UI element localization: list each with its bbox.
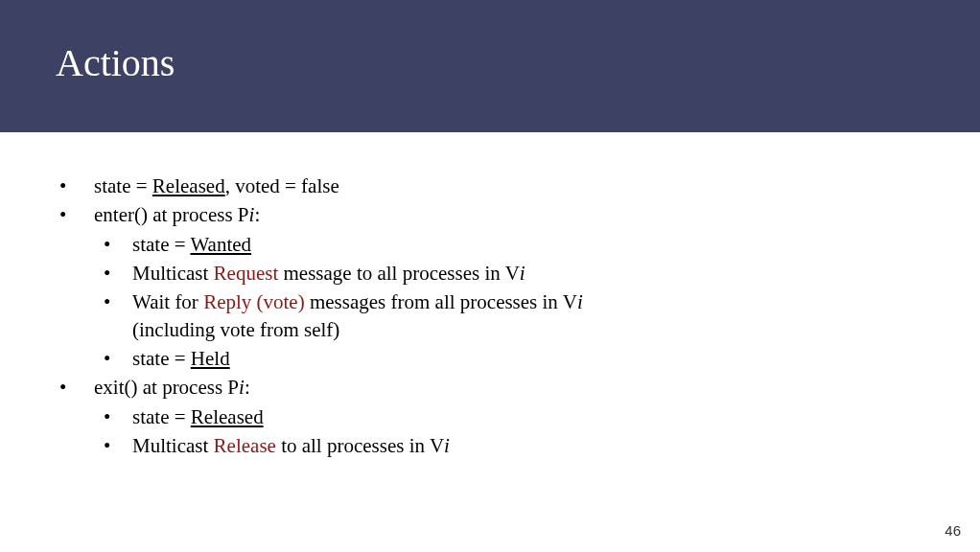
text: messages from all processes in V: [305, 290, 577, 313]
outer-list: • state = Released, voted = false • ente…: [56, 172, 650, 459]
item-exit: • exit() at process Pi: • state = Releas…: [56, 374, 650, 459]
enter-state-held: • state = Held: [94, 345, 650, 372]
text: :: [245, 376, 250, 399]
enter-sublist: • state = Wanted • Multicast Request mes…: [94, 231, 650, 373]
bullet-icon: •: [104, 288, 110, 315]
subscript-i: i: [444, 434, 450, 457]
state-released: Released: [191, 405, 264, 428]
state-held: Held: [191, 347, 230, 370]
slide: Actions • state = Released, voted = fals…: [0, 0, 980, 552]
text: Multicast: [132, 262, 214, 285]
enter-multicast-request: • Multicast Request message to all proce…: [94, 260, 650, 287]
text: exit() at process P: [94, 376, 239, 399]
bullet-icon: •: [104, 260, 110, 287]
exit-sublist: • state = Released • Multicast Release t…: [94, 403, 650, 460]
subscript-i: i: [520, 262, 525, 285]
text: Multicast: [132, 434, 214, 457]
subscript-i: i: [577, 290, 583, 313]
keyword-reply: Reply (vote): [203, 290, 305, 313]
text: state =: [132, 233, 190, 256]
text: state =: [132, 347, 191, 370]
state-wanted: Wanted: [190, 233, 251, 256]
bullet-icon: •: [104, 403, 110, 430]
page-number: 46: [945, 522, 961, 539]
item-enter: • enter() at process Pi: • state = Wante…: [56, 201, 650, 372]
enter-wait-reply: • Wait for Reply (vote) messages from al…: [94, 288, 650, 343]
slide-title: Actions: [56, 40, 175, 85]
item-initial-state: • state = Released, voted = false: [56, 172, 650, 199]
text: message to all processes in V: [278, 262, 520, 285]
exit-multicast-release: • Multicast Release to all processes in …: [94, 432, 650, 459]
header-band: Actions: [0, 0, 980, 132]
text: state =: [132, 405, 191, 428]
bullet-icon: •: [59, 172, 66, 199]
text: (including vote from self): [132, 318, 339, 341]
bullet-icon: •: [59, 201, 66, 228]
state-released: Released: [152, 174, 225, 197]
slide-content: • state = Released, voted = false • ente…: [56, 172, 650, 461]
text: :: [254, 203, 260, 226]
enter-state-wanted: • state = Wanted: [94, 231, 650, 258]
bullet-icon: •: [104, 432, 110, 459]
keyword-request: Request: [214, 262, 279, 285]
keyword-release: Release: [214, 434, 276, 457]
text: to all processes in V: [276, 434, 444, 457]
bullet-icon: •: [104, 231, 110, 258]
text: , voted = false: [225, 174, 339, 197]
text: enter() at process P: [94, 203, 249, 226]
bullet-icon: •: [59, 374, 66, 401]
exit-state-released: • state = Released: [94, 403, 650, 430]
text: Wait for: [132, 290, 203, 313]
bullet-icon: •: [104, 345, 110, 372]
text: state =: [94, 174, 152, 197]
